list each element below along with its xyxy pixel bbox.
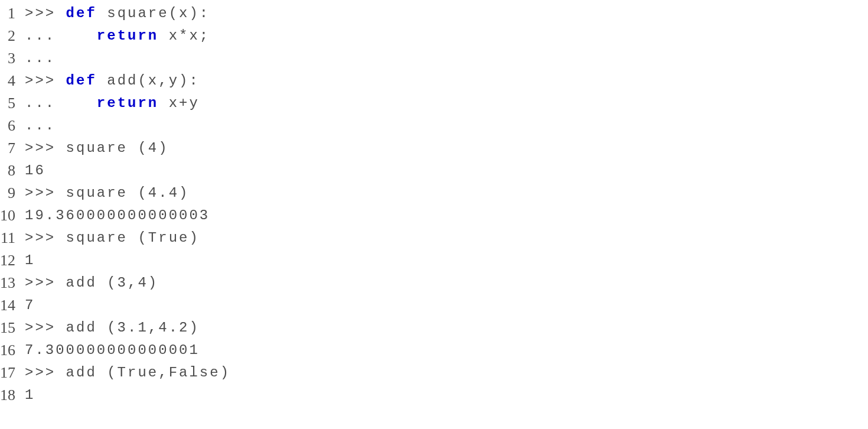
code-line: >>> def square(x): bbox=[25, 2, 868, 25]
line-number: 16 bbox=[0, 339, 15, 362]
code-text: x+y bbox=[158, 95, 200, 111]
code-text: ... bbox=[25, 28, 97, 44]
code-line: ... return x+y bbox=[25, 92, 868, 115]
keyword-return: return bbox=[97, 95, 158, 111]
code-line: ... return x*x; bbox=[25, 25, 868, 47]
line-number: 5 bbox=[0, 92, 15, 115]
code-line: >>> def add(x,y): bbox=[25, 70, 868, 92]
line-number: 4 bbox=[0, 70, 15, 92]
keyword-return: return bbox=[97, 28, 158, 44]
code-text: >>> square (4) bbox=[25, 140, 169, 156]
code-text: ... bbox=[25, 118, 56, 134]
line-number: 12 bbox=[0, 249, 15, 272]
code-line: >>> square (4) bbox=[25, 137, 868, 160]
line-number: 2 bbox=[0, 25, 15, 47]
line-number: 15 bbox=[0, 317, 15, 339]
code-text: 16 bbox=[25, 162, 45, 178]
code-line: 16 bbox=[25, 160, 868, 182]
line-number: 18 bbox=[0, 384, 15, 407]
keyword-def: def bbox=[66, 5, 97, 21]
code-text: x*x; bbox=[158, 28, 210, 44]
code-line: ... bbox=[25, 47, 868, 70]
line-number: 3 bbox=[0, 47, 15, 70]
code-text: 1 bbox=[25, 252, 35, 268]
code-text: ... bbox=[25, 95, 97, 111]
code-line: ... bbox=[25, 115, 868, 137]
line-number: 8 bbox=[0, 160, 15, 182]
code-line: >>> add (True,False) bbox=[25, 362, 868, 384]
line-number: 13 bbox=[0, 272, 15, 294]
line-number: 9 bbox=[0, 182, 15, 204]
line-number: 1 bbox=[0, 2, 15, 25]
code-line: 1 bbox=[25, 384, 868, 407]
code-text: >>> square (True) bbox=[25, 230, 200, 246]
line-number: 6 bbox=[0, 115, 15, 137]
code-text: >>> add (True,False) bbox=[25, 365, 230, 381]
code-line: 19.360000000000003 bbox=[25, 204, 868, 227]
code-text: add(x,y): bbox=[97, 73, 200, 89]
code-text: >>> bbox=[25, 5, 66, 21]
code-line: >>> add (3.1,4.2) bbox=[25, 317, 868, 339]
line-number: 17 bbox=[0, 362, 15, 384]
code-text: square(x): bbox=[97, 5, 210, 21]
code-text: >>> bbox=[25, 73, 66, 89]
code-line: >>> add (3,4) bbox=[25, 272, 868, 294]
code-line: 1 bbox=[25, 249, 868, 272]
keyword-def: def bbox=[66, 73, 97, 89]
code-line: 7 bbox=[25, 294, 868, 317]
code-line: >>> square (True) bbox=[25, 227, 868, 249]
code-text: 7.300000000000001 bbox=[25, 342, 200, 358]
line-number: 7 bbox=[0, 137, 15, 160]
code-content: >>> def square(x): ... return x*x; ... >… bbox=[25, 2, 868, 407]
code-text: >>> add (3,4) bbox=[25, 275, 158, 291]
code-block: 1 2 3 4 5 6 7 8 9 10 11 12 13 14 15 16 1… bbox=[0, 2, 868, 407]
code-text: 19.360000000000003 bbox=[25, 207, 210, 223]
line-number-gutter: 1 2 3 4 5 6 7 8 9 10 11 12 13 14 15 16 1… bbox=[0, 2, 25, 407]
code-text: 7 bbox=[25, 297, 35, 313]
line-number: 11 bbox=[0, 227, 15, 249]
code-text: >>> square (4.4) bbox=[25, 185, 189, 201]
code-line: 7.300000000000001 bbox=[25, 339, 868, 362]
code-text: 1 bbox=[25, 387, 35, 403]
line-number: 14 bbox=[0, 294, 15, 317]
code-line: >>> square (4.4) bbox=[25, 182, 868, 204]
line-number: 10 bbox=[0, 204, 15, 227]
code-text: ... bbox=[25, 50, 56, 66]
code-text: >>> add (3.1,4.2) bbox=[25, 320, 200, 336]
